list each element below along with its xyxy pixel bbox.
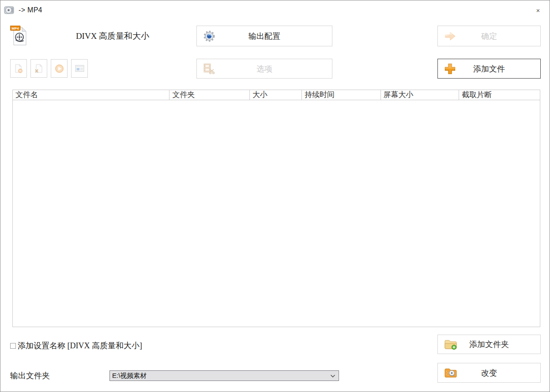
- file-minus-icon: [14, 64, 23, 73]
- preview-window-icon: [75, 65, 84, 72]
- output-folder-value: E:\视频素材: [112, 372, 147, 380]
- file-table: 文件名 文件夹 大小 持续时间 屏幕大小 截取片断: [12, 90, 540, 327]
- add-file-button[interactable]: 添加文件: [437, 59, 541, 79]
- close-button[interactable]: ×: [533, 5, 543, 15]
- file-table-header: 文件名 文件夹 大小 持续时间 屏幕大小 截取片断: [13, 90, 540, 100]
- append-setting-row: 添加设置名称 [DIVX 高质量和大小]: [10, 340, 142, 351]
- output-folder-label: 输出文件夹: [10, 370, 50, 381]
- append-setting-label: 添加设置名称 [DIVX 高质量和大小]: [18, 340, 142, 351]
- chevron-down-icon: [330, 374, 335, 378]
- play-button: [51, 59, 68, 78]
- column-header-size[interactable]: 大小: [250, 90, 302, 100]
- remove-file-button: [10, 59, 27, 78]
- options-button: 选项: [196, 59, 332, 79]
- app-icon: [4, 5, 15, 15]
- clear-list-button: [30, 59, 47, 78]
- add-folder-button[interactable]: 添加文件夹: [437, 335, 541, 354]
- change-folder-label: 改变: [438, 363, 540, 382]
- window-title: -> MP4: [19, 6, 42, 14]
- output-folder-combobox[interactable]: E:\视频素材: [109, 370, 339, 381]
- app-window: -> MP4 × MP4 DIVX 高质量和大小: [0, 0, 550, 392]
- play-circle-icon: [55, 64, 64, 73]
- file-x-icon: [34, 64, 43, 73]
- confirm-label: 确定: [438, 26, 540, 46]
- output-config-label: 输出配置: [197, 26, 332, 46]
- append-setting-checkbox[interactable]: [10, 343, 16, 349]
- confirm-button: 确定: [437, 26, 541, 46]
- column-header-duration[interactable]: 持续时间: [302, 90, 381, 100]
- column-header-folder[interactable]: 文件夹: [170, 90, 250, 100]
- output-config-button[interactable]: 输出配置: [196, 26, 332, 46]
- column-header-screensize[interactable]: 屏幕大小: [381, 90, 460, 100]
- preset-name-label: DIVX 高质量和大小: [29, 26, 196, 46]
- svg-text:MP4: MP4: [11, 26, 19, 30]
- mp4-file-icon: MP4: [10, 26, 29, 48]
- add-folder-label: 添加文件夹: [438, 335, 540, 354]
- title-bar[interactable]: -> MP4 ×: [0, 0, 550, 20]
- column-header-filename[interactable]: 文件名: [13, 90, 170, 100]
- change-folder-button[interactable]: 改变: [437, 363, 541, 383]
- options-label: 选项: [197, 59, 332, 78]
- add-file-label: 添加文件: [438, 59, 540, 78]
- file-info-button: [71, 59, 88, 78]
- column-header-clip[interactable]: 截取片断: [459, 90, 540, 100]
- file-list-body[interactable]: [13, 100, 540, 327]
